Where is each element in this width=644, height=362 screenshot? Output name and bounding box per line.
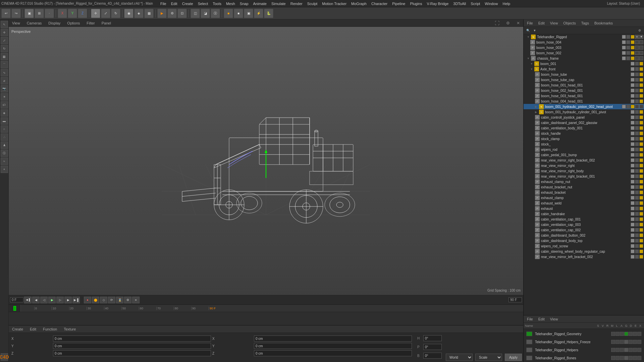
rotate-tool-button[interactable]: ↻ xyxy=(111,9,120,18)
obj-lock-mirrorrightbody[interactable] xyxy=(635,169,639,173)
mat-telehandler-geometry[interactable]: Telehandler_Rigged_Geometry xyxy=(525,330,643,338)
obj-lock-hose4[interactable] xyxy=(626,40,630,44)
obj-cabin-vent-cap003[interactable]: P cabin_ventilation_cap_003 xyxy=(524,222,644,227)
obj-stock[interactable]: P stock_ xyxy=(524,141,644,147)
mat-ctrl5-h[interactable] xyxy=(633,348,637,352)
menu-pipeline[interactable]: Pipeline xyxy=(390,1,407,6)
xpresso-tag-icon[interactable]: Ⓧ xyxy=(1,149,8,157)
obj-vis-axle[interactable] xyxy=(631,67,635,71)
y-axis-button[interactable]: Y xyxy=(68,9,77,18)
obj-lock-chassis[interactable] xyxy=(626,56,630,60)
obj-vis-stockclamp[interactable] xyxy=(631,137,635,141)
mat-ctrl4-b[interactable] xyxy=(629,356,633,360)
scale-dropdown[interactable]: Scale Absolute Relative xyxy=(475,354,502,361)
apply-button[interactable]: Apply xyxy=(505,354,522,361)
menu-render[interactable]: Render xyxy=(288,1,305,6)
obj-mirror-rb002[interactable]: P rear_view_mirror_right_bracket_002 xyxy=(524,158,644,163)
menu-tools[interactable]: Tools xyxy=(211,1,223,6)
z-axis-button[interactable]: Z xyxy=(78,9,87,18)
mat-ctrl4-hf[interactable] xyxy=(629,340,633,344)
collapse-arrow-chassis[interactable]: ▼ xyxy=(527,57,530,60)
mat-ctrl5-hf[interactable] xyxy=(633,340,637,344)
tab-filter[interactable]: Filter xyxy=(85,20,97,26)
floor-icon[interactable]: ▬ xyxy=(1,117,8,125)
obj-lock-stockclamp[interactable] xyxy=(635,137,639,141)
object-manager-btn[interactable]: ◫ xyxy=(191,9,200,18)
texture-mode-button[interactable]: ⊞ xyxy=(35,9,44,18)
obj-lock-axle[interactable] xyxy=(635,67,639,71)
obj-lock-exhaustbracket[interactable] xyxy=(635,190,639,194)
point-mode-button[interactable]: · xyxy=(45,9,54,18)
obj-hydraulic-cyl-pivot[interactable]: ▶ N boom_001_hydraulic_cylinder_001_pivo… xyxy=(524,109,644,115)
obj-lock-boom001[interactable] xyxy=(635,62,639,66)
material-icon[interactable]: ◈ xyxy=(1,109,8,117)
mat-ctrl6-b[interactable] xyxy=(637,356,641,360)
timeline-next-frame-button[interactable]: ▷ xyxy=(56,297,64,303)
obj-lock-mirrorrb002[interactable] xyxy=(635,158,639,162)
obj-lock-stockhandle[interactable] xyxy=(635,131,639,135)
obj-lock-exhaustclampnut[interactable] xyxy=(635,180,639,184)
mat-telehandler-helpers-freeze[interactable]: Telehandler_Rigged_Helpers_Freeze xyxy=(525,338,643,346)
select-tool-icon[interactable]: ↖ xyxy=(1,21,8,28)
z-coord-input[interactable] xyxy=(53,350,211,356)
z2-coord-input[interactable] xyxy=(254,350,412,356)
timeline-auto-key-button[interactable]: ⬤ xyxy=(92,297,99,303)
scale-icon[interactable]: ⤢ xyxy=(1,37,8,44)
tab-display[interactable]: Display xyxy=(46,20,62,26)
timeline-loop-button[interactable]: ⟳ xyxy=(108,297,115,303)
xpresso-btn[interactable]: Ⓧ xyxy=(211,9,220,18)
obj-vis-joystick[interactable] xyxy=(631,115,635,119)
tab-texture[interactable]: Texture xyxy=(62,326,78,332)
rp-tab-tags[interactable]: Tags xyxy=(579,20,591,26)
mat-ctrl-b[interactable] xyxy=(611,356,615,360)
menu-plugins[interactable]: Plugins xyxy=(408,1,424,6)
y-coord-input[interactable] xyxy=(53,343,211,349)
deform-icon[interactable]: ⌀ xyxy=(1,77,8,84)
x2-coord-input[interactable] xyxy=(254,336,412,342)
obj-hose003-head001[interactable]: P boom_hose_003_head_001 xyxy=(524,93,644,99)
motion-icon[interactable]: ⌖ xyxy=(1,166,8,173)
mat-ctrl-geometry[interactable] xyxy=(611,332,615,336)
obj-lock-piston[interactable] xyxy=(626,105,630,109)
obj-lock-h003h001[interactable] xyxy=(635,94,639,98)
obj-hose002-head001[interactable]: P boom_hose_002_head_001 xyxy=(524,88,644,93)
mat-ctrl5-b[interactable] xyxy=(633,356,637,360)
obj-cabin-joystick[interactable]: P cabin_controll_joystick_panel xyxy=(524,115,644,120)
timeline-prev-key-button[interactable]: ◀ xyxy=(32,297,40,303)
spline-icon[interactable]: ⌒ xyxy=(1,61,8,68)
rp-tab-view[interactable]: View xyxy=(548,20,560,26)
obj-lock-exhaustclamp[interactable] xyxy=(635,196,639,200)
palette-btn-4[interactable]: ⚡ xyxy=(254,9,263,18)
menu-snap[interactable]: Snap xyxy=(238,1,251,6)
y2-coord-input[interactable] xyxy=(254,343,412,349)
timeline-next-key-button[interactable]: ▶ xyxy=(64,297,72,303)
obj-vis-exhaustbracketnut[interactable] xyxy=(631,185,635,189)
obj-vis-h004h001[interactable] xyxy=(631,99,635,103)
obj-vis-ventcap001[interactable] xyxy=(631,217,635,221)
mat-telehandler-helpers[interactable]: Telehandler_Rigged_Helpers xyxy=(525,346,643,354)
mat-ctrl2-hf[interactable] xyxy=(615,340,620,344)
render-btn[interactable]: ▶ xyxy=(157,9,167,18)
mat-ctrl3-hf[interactable] xyxy=(620,340,624,344)
obj-vis-exhaustclampnut[interactable] xyxy=(631,180,635,184)
obj-stock-clamp[interactable]: P stock_clamp xyxy=(524,136,644,141)
object-mode-btn[interactable]: ◉ xyxy=(124,9,133,18)
obj-lock-mirrorrb001[interactable] xyxy=(635,174,639,178)
menu-mograph[interactable]: MoGraph xyxy=(349,1,369,6)
obj-lock-h002h001[interactable] xyxy=(635,88,639,93)
obj-vis-h003h001[interactable] xyxy=(631,94,635,98)
rb-tab-view[interactable]: View xyxy=(548,316,560,322)
nurbs-icon[interactable]: ∿ xyxy=(1,69,8,76)
p-input[interactable] xyxy=(423,344,442,350)
obj-boom-001[interactable]: ▼ N boom_001 xyxy=(524,61,644,66)
model-mode-button[interactable]: ▣ xyxy=(24,9,34,18)
obj-vis-boom001[interactable] xyxy=(631,62,635,66)
menu-motion-tracker[interactable]: Motion Tracker xyxy=(320,1,348,6)
obj-lock-dashbodytop[interactable] xyxy=(635,239,639,243)
obj-hydraulic-piston-pivot[interactable]: ▶ N boom_001_hydraulic_piston_002_head_p… xyxy=(524,104,644,109)
obj-boom-hose-tube-cap[interactable]: P boom_hose_tube_cap xyxy=(524,77,644,82)
obj-wipers-rod-screw[interactable]: P wipers_rod_screw xyxy=(524,243,644,249)
obj-wipers-rod[interactable]: P wipers_rod xyxy=(524,147,644,152)
mat-ctrl2-h[interactable] xyxy=(615,348,620,352)
rp-settings-icon[interactable]: ⚙ xyxy=(637,27,643,34)
